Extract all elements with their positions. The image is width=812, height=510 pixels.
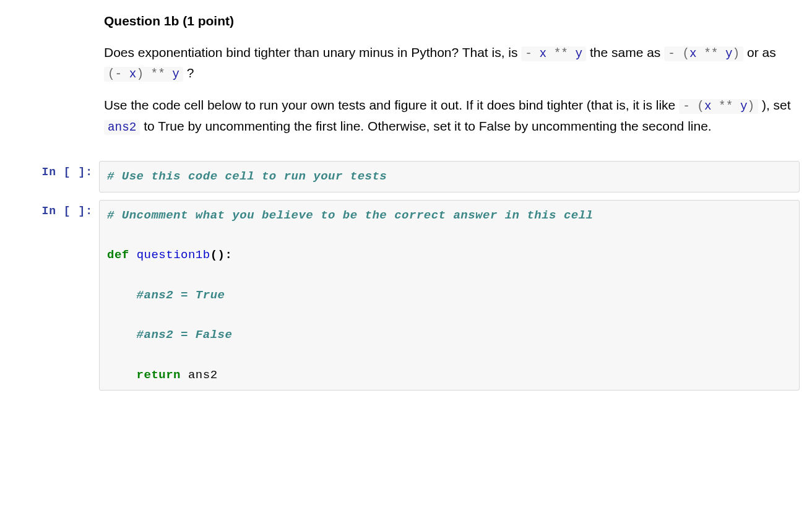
code-comment: # Uncomment what you believe to be the c… [107,209,594,222]
input-prompt: In [ ]: [0,161,99,192]
code-cell-content: # Uncomment what you believe to be the c… [99,200,800,391]
code-comment: # Use this code cell to run your tests [107,170,387,183]
inline-code-ans2: ans2 [104,120,140,135]
input-prompt: In [ ]: [0,200,99,391]
text-fragment: Use the code cell below to run your own … [104,98,679,112]
code-input-area[interactable]: # Use this code cell to run your tests [99,161,800,192]
inline-code-expr-4: - (x ** y) [679,99,758,114]
markdown-prompt [0,11,99,153]
code-cell-2: In [ ]: # Uncomment what you believe to … [0,200,812,391]
text-fragment: ? [187,66,194,80]
text-fragment: the same as [590,45,664,59]
code-comment-ans-false: #ans2 = False [137,328,233,342]
text-fragment: to True by uncommenting the first line. … [144,119,711,133]
markdown-cell: Question 1b (1 point) Does exponentiatio… [0,11,812,153]
code-input-area[interactable]: # Uncomment what you believe to be the c… [99,200,800,391]
inline-code-expr-3: (- x) ** y [104,67,183,82]
question-heading: Question 1b (1 point) [104,14,234,28]
text-fragment: or as [747,45,776,59]
question-paragraph-1: Does exponentiation bind tighter than un… [104,43,795,85]
markdown-content: Question 1b (1 point) Does exponentiatio… [99,11,800,153]
inline-code-expr-2: - (x ** y) [664,46,743,61]
code-keyword-def: def [107,248,129,262]
inline-code-expr-1: - x ** y [521,46,586,61]
code-identifier: ans2 [188,368,218,382]
code-keyword-return: return [137,368,181,382]
code-function-name: question1b [137,248,210,262]
question-paragraph-2: Use the code cell below to run your own … [104,95,795,137]
code-cell-1: In [ ]: # Use this code cell to run your… [0,161,812,192]
text-fragment: ), set [762,98,791,112]
code-cell-content: # Use this code cell to run your tests [99,161,800,192]
code-comment-ans-true: #ans2 = True [137,288,225,302]
code-parens: (): [210,248,233,262]
notebook-container: Question 1b (1 point) Does exponentiatio… [0,0,812,391]
text-fragment: Does exponentiation bind tighter than un… [104,45,521,59]
